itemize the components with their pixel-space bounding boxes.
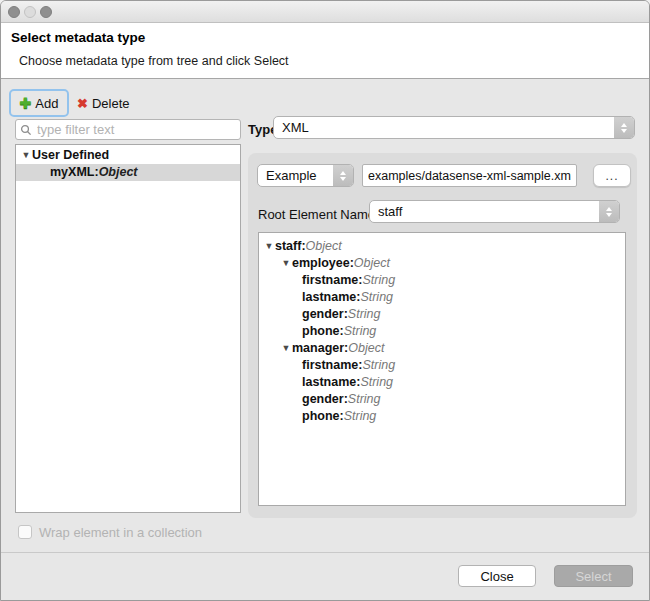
tree-item-myxml[interactable]: myXML : Object bbox=[16, 164, 240, 181]
schema-tree-row[interactable]: ▼ staff : Object bbox=[259, 238, 625, 255]
zoom-window-icon[interactable] bbox=[40, 6, 52, 18]
node-type: String bbox=[362, 272, 395, 289]
chevron-down-icon[interactable]: ▼ bbox=[280, 255, 292, 272]
popup-stepper-icon bbox=[333, 165, 353, 186]
close-window-icon[interactable] bbox=[8, 6, 20, 18]
schema-tree-row[interactable]: ▼ firstname : String bbox=[259, 272, 625, 289]
tree-item-label: User Defined bbox=[32, 147, 109, 164]
node-name: phone bbox=[302, 323, 340, 340]
chevron-down-icon[interactable]: ▼ bbox=[280, 340, 292, 357]
chevron-down-icon[interactable]: ▼ bbox=[263, 238, 275, 255]
search-icon bbox=[20, 124, 32, 136]
schema-tree-row[interactable]: ▼ manager : Object bbox=[259, 340, 625, 357]
filter-input[interactable] bbox=[35, 121, 236, 138]
dialog-message: Choose metadata type from tree and click… bbox=[19, 54, 289, 68]
node-type: String bbox=[362, 357, 395, 374]
title-bar bbox=[1, 1, 649, 23]
popup-stepper-icon bbox=[614, 117, 634, 138]
add-button[interactable]: ✚ Add bbox=[9, 89, 69, 117]
node-name: phone bbox=[302, 408, 340, 425]
x-icon: ✖ bbox=[77, 97, 88, 110]
node-type: Object bbox=[348, 340, 384, 357]
popup-stepper-icon bbox=[599, 201, 619, 222]
schema-structure-tree: ▼ staff : Object ▼ employee : Object ▼ f… bbox=[258, 232, 626, 506]
type-dropdown-value: XML bbox=[274, 120, 614, 135]
delete-button[interactable]: ✖ Delete bbox=[73, 91, 133, 115]
node-type: Object bbox=[354, 255, 390, 272]
node-type: String bbox=[344, 323, 377, 340]
node-name: staff bbox=[275, 238, 301, 255]
tree-item-type: Object bbox=[99, 164, 138, 181]
node-name: gender bbox=[302, 391, 344, 408]
schema-tree-row[interactable]: ▼ lastname : String bbox=[259, 374, 625, 391]
delete-button-label: Delete bbox=[92, 96, 130, 111]
minimize-window-icon[interactable] bbox=[24, 6, 36, 18]
tree-item-user-defined[interactable]: ▼ User Defined bbox=[16, 147, 240, 164]
close-button-label: Close bbox=[480, 569, 513, 584]
schema-tree-row[interactable]: ▼ phone : String bbox=[259, 408, 625, 425]
page-title: Select metadata type bbox=[11, 30, 145, 45]
node-name: gender bbox=[302, 306, 344, 323]
node-name: lastname bbox=[302, 374, 356, 391]
select-metadata-type-dialog: Select metadata type Choose metadata typ… bbox=[0, 0, 650, 601]
example-path-input[interactable] bbox=[362, 164, 577, 187]
type-dropdown[interactable]: XML bbox=[273, 116, 635, 139]
plus-icon: ✚ bbox=[20, 96, 32, 110]
schema-tree-row[interactable]: ▼ firstname : String bbox=[259, 357, 625, 374]
root-element-dropdown[interactable]: staff bbox=[369, 200, 620, 223]
chevron-down-icon[interactable]: ▼ bbox=[20, 147, 32, 164]
source-mode-dropdown[interactable]: Example bbox=[257, 164, 354, 187]
node-name: manager bbox=[292, 340, 344, 357]
root-element-value: staff bbox=[370, 204, 599, 219]
browse-button[interactable]: ... bbox=[593, 164, 631, 187]
tree-item-name: myXML bbox=[50, 164, 94, 181]
node-name: lastname bbox=[302, 289, 356, 306]
source-mode-value: Example bbox=[258, 168, 333, 183]
node-type: Object bbox=[306, 238, 342, 255]
schema-tree-row[interactable]: ▼ gender : String bbox=[259, 306, 625, 323]
root-element-name-label: Root Element Name bbox=[258, 207, 375, 222]
schema-tree-row[interactable]: ▼ lastname : String bbox=[259, 289, 625, 306]
node-name: employee bbox=[292, 255, 350, 272]
node-type: String bbox=[360, 289, 393, 306]
node-name: firstname bbox=[302, 272, 358, 289]
wrap-collection-checkbox[interactable] bbox=[18, 525, 32, 539]
browse-button-label: ... bbox=[605, 169, 618, 183]
select-button[interactable]: Select bbox=[554, 565, 633, 587]
close-button[interactable]: Close bbox=[458, 565, 536, 587]
node-name: firstname bbox=[302, 357, 358, 374]
footer-divider bbox=[1, 552, 649, 553]
select-button-label: Select bbox=[575, 569, 611, 584]
dialog-header: Select metadata type Choose metadata typ… bbox=[1, 23, 649, 79]
schema-tree-row[interactable]: ▼ phone : String bbox=[259, 323, 625, 340]
add-button-label: Add bbox=[35, 96, 58, 111]
node-type: String bbox=[360, 374, 393, 391]
filter-field bbox=[15, 119, 241, 140]
node-type: String bbox=[344, 408, 377, 425]
node-type: String bbox=[348, 306, 381, 323]
schema-tree-row[interactable]: ▼ gender : String bbox=[259, 391, 625, 408]
node-type: String bbox=[348, 391, 381, 408]
wrap-collection-label: Wrap element in a collection bbox=[39, 525, 202, 540]
schema-tree-row[interactable]: ▼ employee : Object bbox=[259, 255, 625, 272]
metadata-type-tree: ▼ User Defined myXML : Object bbox=[15, 144, 241, 513]
